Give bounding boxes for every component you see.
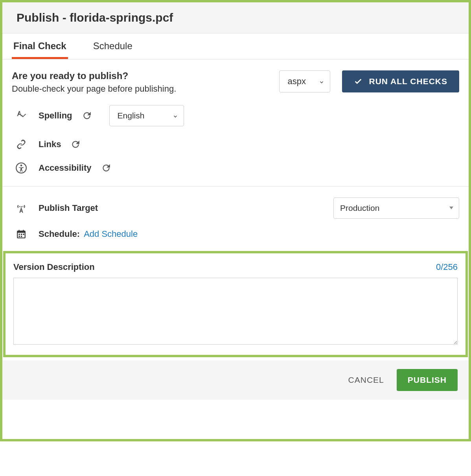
ready-heading: Are you ready to publish? xyxy=(12,70,267,81)
version-description-label: Version Description xyxy=(13,262,95,272)
dialog-tabs: Final Check Schedule xyxy=(2,33,469,59)
accessibility-icon xyxy=(13,162,29,173)
version-description-input[interactable] xyxy=(13,278,458,345)
refresh-icon[interactable] xyxy=(101,163,111,173)
chevron-down-icon xyxy=(319,79,324,85)
links-label: Links xyxy=(39,139,61,149)
language-select[interactable]: English xyxy=(109,105,184,126)
links-row: Links xyxy=(12,139,459,150)
triangle-down-icon xyxy=(449,207,453,209)
publish-target-select[interactable]: Production xyxy=(333,197,459,219)
add-schedule-link[interactable]: Add Schedule xyxy=(84,229,138,239)
spelling-row: Spelling English xyxy=(12,105,459,126)
version-description-frame: Version Description 0/256 xyxy=(3,251,468,357)
refresh-icon[interactable] xyxy=(70,139,81,149)
ready-row: Are you ready to publish? Double-check y… xyxy=(12,70,459,94)
spellcheck-icon xyxy=(13,110,29,121)
publish-target-label: Publish Target xyxy=(39,203,98,213)
ready-text: Are you ready to publish? Double-check y… xyxy=(12,70,267,94)
cancel-button[interactable]: CANCEL xyxy=(348,375,384,385)
publish-dialog: Publish - florida-springs.pcf Final Chec… xyxy=(0,0,471,441)
dialog-header: Publish - florida-springs.pcf xyxy=(2,2,469,33)
empty-space xyxy=(2,400,469,439)
version-description-header: Version Description 0/256 xyxy=(13,262,458,272)
tab-schedule[interactable]: Schedule xyxy=(92,33,134,59)
dialog-footer: CANCEL PUBLISH xyxy=(2,360,469,400)
check-icon xyxy=(354,77,362,86)
svg-point-1 xyxy=(20,164,22,166)
ready-subtext: Double-check your page before publishing… xyxy=(12,84,267,94)
accessibility-label: Accessibility xyxy=(39,163,92,173)
run-all-checks-label: RUN ALL CHECKS xyxy=(369,77,447,86)
divider xyxy=(2,186,469,186)
run-all-checks-button[interactable]: RUN ALL CHECKS xyxy=(342,70,459,92)
publish-target-value: Production xyxy=(340,203,379,213)
tab-final-check[interactable]: Final Check xyxy=(12,33,68,59)
extension-value: aspx xyxy=(287,76,305,87)
schedule-label: Schedule: xyxy=(39,229,80,239)
antenna-icon xyxy=(13,203,29,214)
language-value: English xyxy=(118,111,145,120)
schedule-row: Schedule: Add Schedule xyxy=(12,229,459,239)
dialog-title: Publish - florida-springs.pcf xyxy=(17,11,454,24)
publish-button[interactable]: PUBLISH xyxy=(397,369,458,391)
dialog-body: Are you ready to publish? Double-check y… xyxy=(2,59,469,360)
accessibility-row: Accessibility xyxy=(12,162,459,173)
publish-target-left: Publish Target xyxy=(13,203,98,214)
spelling-label: Spelling xyxy=(39,111,72,121)
char-count: 0/256 xyxy=(436,262,458,272)
refresh-icon[interactable] xyxy=(82,111,92,121)
chevron-down-icon xyxy=(173,114,178,119)
link-icon xyxy=(13,139,29,150)
publish-target-row: Publish Target Production xyxy=(12,197,459,219)
extension-select[interactable]: aspx xyxy=(279,70,330,92)
calendar-icon xyxy=(13,229,29,239)
